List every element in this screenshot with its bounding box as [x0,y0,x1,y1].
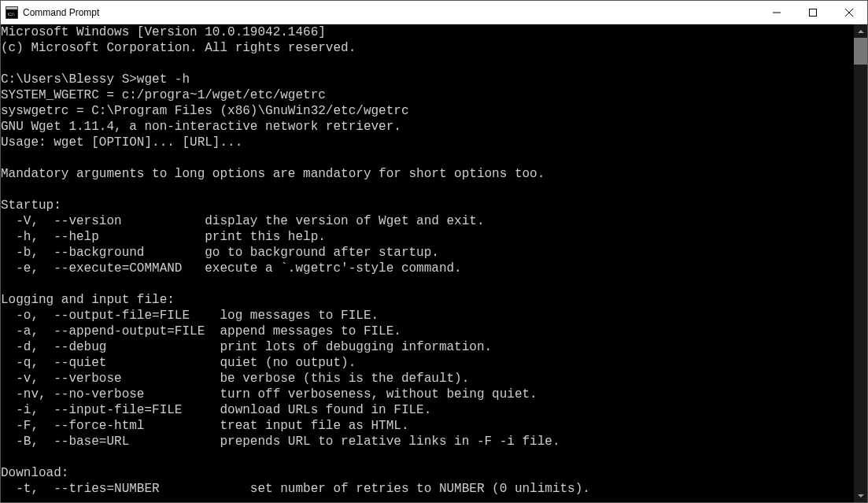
window-title: Command Prompt [23,7,759,18]
svg-marker-8 [858,494,864,497]
maximize-button[interactable] [795,1,831,24]
scroll-down-arrow-icon[interactable] [854,489,867,502]
titlebar[interactable]: C:\ Command Prompt [1,1,867,24]
command-prompt-window: C:\ Command Prompt Microsoft Windows [Ve… [0,0,868,503]
svg-rect-1 [6,7,17,9]
vertical-scrollbar[interactable] [854,24,867,502]
terminal-area: Microsoft Windows [Version 10.0.19042.14… [1,24,867,502]
minimize-button[interactable] [759,1,795,24]
scroll-up-arrow-icon[interactable] [854,24,867,38]
cmd-icon: C:\ [6,6,18,19]
svg-rect-4 [810,9,817,16]
svg-marker-7 [858,30,864,33]
scroll-thumb[interactable] [854,38,867,65]
window-controls [759,1,867,24]
svg-text:C:\: C:\ [8,11,15,17]
close-button[interactable] [831,1,867,24]
terminal-output[interactable]: Microsoft Windows [Version 10.0.19042.14… [1,24,854,502]
